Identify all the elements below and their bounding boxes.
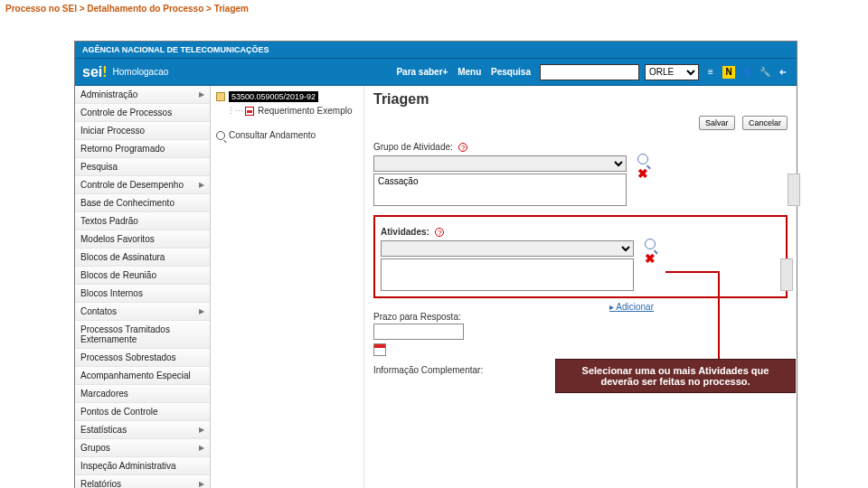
prazo-group: Prazo para Resposta: bbox=[373, 312, 788, 356]
sidebar-item-4[interactable]: Pesquisa bbox=[75, 158, 210, 176]
search-grupo-icon[interactable] bbox=[637, 154, 648, 164]
agency-banner: AGÊNCIA NACIONAL DE TELECOMUNICAÇÕES bbox=[75, 42, 797, 59]
config-icon[interactable]: 🔧 bbox=[759, 66, 771, 79]
help-icon[interactable]: ? bbox=[458, 143, 467, 152]
atividades-selected[interactable] bbox=[381, 258, 634, 291]
pdf-icon bbox=[245, 107, 254, 116]
atividades-group: Atividades: ? ✖ bbox=[381, 222, 780, 291]
process-node[interactable]: 53500.059005/2019-92 bbox=[216, 91, 358, 102]
exit-icon[interactable]: ➜ bbox=[777, 66, 789, 79]
prazo-label: Prazo para Resposta: bbox=[373, 312, 788, 322]
header-links: Para saber+ Menu Pesquisa bbox=[392, 67, 534, 77]
chevron-right-icon: ▶ bbox=[199, 181, 204, 189]
consultar-andamento[interactable]: Consultar Andamento bbox=[216, 130, 358, 140]
link-menu[interactable]: Menu bbox=[458, 67, 481, 77]
search-input[interactable] bbox=[540, 64, 639, 80]
process-tree: 53500.059005/2019-92 ⋮⋯ Requerimento Exe… bbox=[211, 86, 364, 488]
sidebar-item-2[interactable]: Iniciar Processo bbox=[75, 122, 210, 140]
atividades-label: Atividades: bbox=[381, 227, 429, 237]
sidebar-item-13[interactable]: Processos Tramitados Externamente bbox=[75, 321, 210, 349]
grupo-atividade-selected[interactable]: Cassação bbox=[373, 174, 627, 206]
user-icon[interactable]: 👤 bbox=[741, 66, 753, 79]
remove-grupo-icon[interactable]: ✖ bbox=[637, 168, 648, 179]
app-frame: AGÊNCIA NACIONAL DE TELECOMUNICAÇÕES sei… bbox=[74, 41, 797, 488]
atividades-combo[interactable] bbox=[381, 240, 634, 257]
search-atividades-icon[interactable] bbox=[645, 239, 656, 249]
sidebar-item-11[interactable]: Blocos Internos bbox=[75, 285, 210, 303]
sidebar-item-3[interactable]: Retorno Programado bbox=[75, 140, 210, 158]
sidebar-item-17[interactable]: Pontos de Controle bbox=[75, 403, 210, 421]
lupa-icon bbox=[216, 131, 225, 140]
sidebar-item-5[interactable]: Controle de Desempenho▶ bbox=[75, 176, 210, 194]
sidebar-item-15[interactable]: Acompanhamento Especial bbox=[75, 367, 210, 385]
salvar-button[interactable]: Salvar bbox=[699, 116, 735, 130]
env-label: Homologacao bbox=[113, 67, 169, 77]
document-node[interactable]: ⋮⋯ Requerimento Exemplo bbox=[227, 106, 358, 116]
link-pesquisa[interactable]: Pesquisa bbox=[491, 67, 531, 77]
page-title: Triagem bbox=[373, 91, 788, 108]
scrollbar[interactable] bbox=[788, 174, 800, 206]
scrollbar[interactable] bbox=[780, 258, 793, 291]
sidebar-item-12[interactable]: Contatos▶ bbox=[75, 303, 210, 321]
sidebar-item-0[interactable]: Administração▶ bbox=[75, 86, 210, 104]
control-icon[interactable]: ≡ bbox=[704, 66, 717, 79]
grupo-atividade-group: Grupo de Atividade: ? Cassação ✖ bbox=[373, 137, 788, 206]
sidebar-item-14[interactable]: Processos Sobrestados bbox=[75, 349, 210, 367]
grupo-atividade-combo[interactable] bbox=[373, 155, 627, 172]
unit-select[interactable]: ORLE bbox=[645, 64, 699, 80]
sidebar-item-6[interactable]: Base de Conhecimento bbox=[75, 194, 210, 212]
breadcrumb: Processo no SEI > Detalhamento do Proces… bbox=[0, 0, 868, 17]
help-icon[interactable]: ? bbox=[435, 228, 444, 237]
sidebar: Administração▶Controle de ProcessosInici… bbox=[75, 86, 211, 488]
sidebar-item-16[interactable]: Marcadores bbox=[75, 385, 210, 403]
grupo-atividade-label: Grupo de Atividade: bbox=[373, 142, 453, 152]
sidebar-item-1[interactable]: Controle de Processos bbox=[75, 104, 210, 122]
tree-connector: ⋮⋯ bbox=[227, 107, 243, 116]
process-number: 53500.059005/2019-92 bbox=[229, 91, 318, 102]
folder-icon bbox=[216, 92, 225, 101]
atividades-highlight: Atividades: ? ✖ bbox=[373, 215, 788, 298]
remove-atividades-icon[interactable]: ✖ bbox=[645, 253, 656, 264]
main-panel: Triagem Salvar Cancelar Grupo de Ativida… bbox=[364, 86, 797, 488]
sidebar-item-9[interactable]: Blocos de Assinatura bbox=[75, 249, 210, 267]
sidebar-item-20[interactable]: Inspeção Administrativa bbox=[75, 457, 210, 475]
callout-tip: Selecionar uma ou mais Atividades que de… bbox=[555, 359, 796, 393]
sidebar-item-7[interactable]: Textos Padrão bbox=[75, 212, 210, 230]
chevron-right-icon: ▶ bbox=[199, 90, 204, 99]
chevron-right-icon: ▶ bbox=[199, 444, 204, 452]
chevron-right-icon: ▶ bbox=[199, 426, 204, 434]
link-para-saber[interactable]: Para saber+ bbox=[396, 67, 448, 77]
novidades-icon[interactable]: N bbox=[722, 66, 735, 79]
chevron-right-icon: ▶ bbox=[199, 480, 204, 488]
sidebar-item-18[interactable]: Estatísticas▶ bbox=[75, 421, 210, 439]
cancelar-button[interactable]: Cancelar bbox=[742, 116, 788, 130]
sidebar-item-19[interactable]: Grupos▶ bbox=[75, 439, 210, 457]
sidebar-item-10[interactable]: Blocos de Reunião bbox=[75, 267, 210, 285]
chevron-right-icon: ▶ bbox=[199, 307, 204, 315]
sei-logo: sei! bbox=[82, 64, 108, 80]
prazo-input[interactable] bbox=[373, 324, 464, 340]
callout-connector bbox=[665, 271, 720, 369]
header-bar: sei! Homologacao Para saber+ Menu Pesqui… bbox=[75, 59, 797, 86]
sidebar-item-21[interactable]: Relatórios▶ bbox=[75, 475, 210, 488]
sidebar-item-8[interactable]: Modelos Favoritos bbox=[75, 230, 210, 249]
calendar-icon[interactable] bbox=[373, 343, 386, 356]
adicionar-link[interactable]: ▸ Adicionar bbox=[373, 302, 654, 312]
